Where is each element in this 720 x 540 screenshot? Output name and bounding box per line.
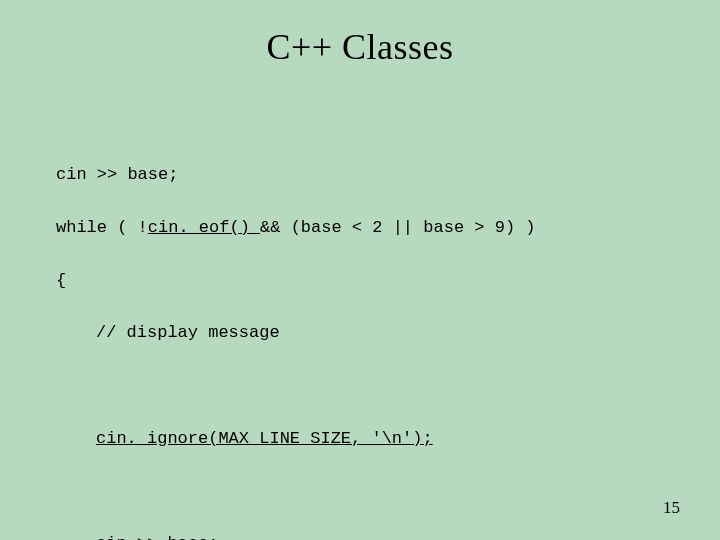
code-l2c: && (base < 2 || base > 9) ) xyxy=(260,218,535,237)
code-line-2: while ( !cin. eof() && (base < 2 || base… xyxy=(56,215,536,241)
code-line-4: // display message xyxy=(56,320,536,346)
blank-line-2 xyxy=(56,478,536,504)
code-l2b-underlined: cin. eof() xyxy=(148,218,260,237)
code-line-8: cin >> base: xyxy=(56,531,536,540)
code-l2a: while ( ! xyxy=(56,218,148,237)
code-block: cin >> base; while ( !cin. eof() && (bas… xyxy=(56,136,536,540)
blank-line-1 xyxy=(56,373,536,399)
code-line-1: cin >> base; xyxy=(56,162,536,188)
code-l6-underlined: cin. ignore(MAX_LINE_SIZE, '\n'); xyxy=(96,429,433,448)
page-title: C++ Classes xyxy=(0,0,720,68)
code-line-3: { xyxy=(56,268,536,294)
page-number: 15 xyxy=(663,498,680,518)
code-line-6: cin. ignore(MAX_LINE_SIZE, '\n'); xyxy=(56,426,536,452)
